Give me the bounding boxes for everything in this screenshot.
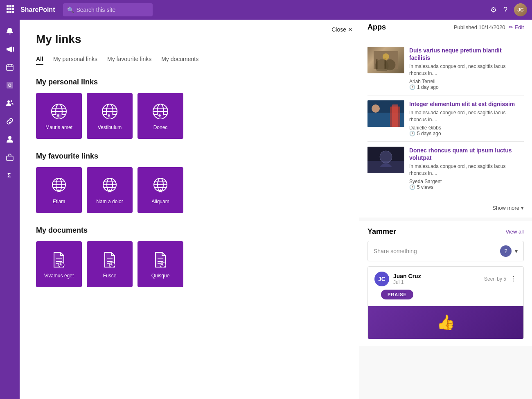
news-title-2[interactable]: Integer elementum elit at est dignissim — [409, 100, 524, 108]
link-card-fusce[interactable]: Fusce — [87, 241, 133, 287]
sidebar-item-sigma[interactable]: Σ — [2, 167, 18, 184]
svg-point-85 — [380, 151, 392, 163]
link-card-mauris[interactable]: Mauris amet — [36, 93, 82, 139]
view-all-button[interactable]: View all — [505, 229, 524, 235]
link-card-namdolor[interactable]: Nam a dolor — [87, 167, 133, 213]
link-card-donec[interactable]: Donec — [138, 93, 183, 139]
svg-rect-3 — [7, 8, 9, 10]
sidebar-item-briefcase[interactable] — [2, 149, 18, 165]
post-username: Juan Cruz — [393, 273, 480, 279]
close-panel-button[interactable]: Close ✕ — [331, 26, 353, 33]
svg-point-27 — [57, 114, 59, 117]
svg-point-77 — [383, 53, 389, 60]
news-author-1: Ariah Terrell — [409, 79, 524, 84]
svg-point-71 — [161, 263, 163, 265]
sidebar-item-teams[interactable] — [2, 95, 18, 111]
news-time-3: 🕐 5 views — [409, 184, 524, 190]
published-text: Published 10/14/2020 — [454, 24, 505, 30]
tab-favourite-links[interactable]: My favourite links — [107, 56, 151, 65]
show-more-button[interactable]: Show more ▾ — [359, 202, 532, 218]
news-author-3: Syeda Sargent — [409, 179, 524, 184]
yammer-title: Yammer — [367, 227, 396, 236]
news-thumb-1 — [367, 47, 404, 73]
svg-point-41 — [158, 114, 161, 117]
link-card-namdolor-label: Nam a dolor — [95, 199, 124, 204]
svg-rect-6 — [7, 11, 9, 13]
news-desc-3: In malesuada congue orci, nec sagittis l… — [409, 163, 524, 177]
edit-button[interactable]: ✏ Edit — [509, 24, 524, 30]
post-header: JC Juan Cruz Jul 1 Seen by 5 ⋮ — [368, 267, 523, 290]
share-placeholder: Share something — [374, 248, 497, 254]
yammer-post: JC Juan Cruz Jul 1 Seen by 5 ⋮ PRAISE 👍 — [367, 266, 524, 339]
post-image: 👍 — [368, 306, 523, 339]
news-content-1: Duis varius neque pretium blandit facili… — [409, 47, 524, 90]
help-icon[interactable]: ? — [503, 6, 507, 14]
avatar[interactable]: JC — [514, 3, 527, 16]
link-card-fusce-label: Fusce — [101, 273, 118, 279]
svg-point-80 — [372, 104, 380, 113]
svg-point-16 — [11, 100, 12, 102]
praise-emoji: 👍 — [437, 314, 455, 331]
svg-rect-7 — [9, 11, 11, 13]
sidebar-item-calendar[interactable] — [2, 59, 18, 75]
link-card-donec-label: Donec — [152, 125, 169, 130]
link-card-etiam[interactable]: Etiam — [36, 167, 82, 213]
praise-badge: PRAISE — [381, 290, 413, 299]
news-title-1[interactable]: Duis varius neque pretium blandit facili… — [409, 47, 524, 61]
news-item-3: Donec rhoncus quam ut ipsum luctus volut… — [367, 142, 524, 195]
sidebar-item-notifications[interactable] — [2, 23, 18, 39]
link-card-aliquam[interactable]: Aliquam — [138, 167, 183, 213]
personal-links-title: My personal links — [36, 78, 343, 86]
news-author-2: Danielle Gibbs — [409, 125, 524, 131]
tab-all[interactable]: All — [36, 56, 43, 65]
link-card-quisque[interactable]: Quisque — [138, 241, 183, 287]
svg-rect-2 — [12, 5, 14, 7]
personal-links-grid: Mauris amet Vestibulum — [36, 93, 343, 139]
clock-icon-2: 🕐 — [409, 131, 415, 136]
waffle-icon[interactable] — [5, 4, 16, 16]
sidebar-item-people[interactable] — [2, 131, 18, 147]
news-time-2: 🕐 5 days ago — [409, 131, 524, 136]
yammer-section: Yammer View all Share something ? ▾ JC J… — [359, 221, 532, 346]
news-item-2: Integer elementum elit at est dignissim … — [367, 95, 524, 142]
svg-point-74 — [385, 59, 396, 70]
svg-rect-4 — [9, 8, 11, 10]
post-date: Jul 1 — [393, 279, 480, 285]
my-links-panel: Close ✕ My links All My personal links M… — [20, 20, 359, 399]
share-chevron-icon[interactable]: ▾ — [515, 248, 518, 254]
settings-icon[interactable]: ⚙ — [490, 5, 497, 14]
post-avatar: JC — [374, 272, 389, 286]
tab-personal-links[interactable]: My personal links — [53, 56, 97, 65]
sidebar-item-megaphone[interactable] — [2, 41, 18, 57]
link-card-vestibulum[interactable]: Vestibulum — [87, 93, 133, 139]
panel-tabs: All My personal links My favourite links… — [36, 56, 343, 65]
search-icon: 🔍 — [67, 7, 74, 13]
link-card-mauris-label: Mauris amet — [44, 125, 74, 130]
search-input[interactable] — [63, 3, 153, 16]
favourite-links-title: My favourite links — [36, 152, 343, 161]
svg-point-17 — [8, 136, 11, 139]
sidebar-item-links[interactable] — [2, 113, 18, 129]
svg-rect-18 — [7, 156, 13, 161]
news-desc-2: In malesuada congue orci, nec sagittis l… — [409, 109, 524, 123]
news-content-2: Integer elementum elit at est dignissim … — [409, 100, 524, 136]
sidebar-item-office[interactable]: O — [2, 77, 18, 93]
link-card-vivamus[interactable]: Vivamus eget — [36, 241, 82, 287]
news-list: Duis varius neque pretium blandit facili… — [359, 35, 532, 202]
post-seen-by: Seen by 5 — [484, 276, 506, 282]
news-thumb-3 — [367, 147, 404, 173]
documents-title: My documents — [36, 226, 343, 235]
svg-rect-0 — [7, 5, 9, 7]
right-panel: Apps Published 10/14/2020 ✏ Edit — [359, 20, 532, 399]
apps-header: Apps — [367, 23, 386, 32]
news-title-3[interactable]: Donec rhoncus quam ut ipsum luctus volut… — [409, 147, 524, 161]
svg-point-15 — [7, 100, 10, 103]
clock-icon-1: 🕐 — [409, 84, 415, 90]
top-navigation: SharePoint 🔍 ⚙ ? JC — [0, 0, 532, 20]
news-item-1: Duis varius neque pretium blandit facili… — [367, 42, 524, 95]
share-box[interactable]: Share something ? ▾ — [367, 241, 524, 261]
share-icon-button[interactable]: ? — [500, 245, 512, 257]
tab-documents[interactable]: My documents — [161, 56, 198, 65]
post-more-button[interactable]: ⋮ — [510, 275, 517, 283]
svg-rect-1 — [9, 5, 11, 7]
